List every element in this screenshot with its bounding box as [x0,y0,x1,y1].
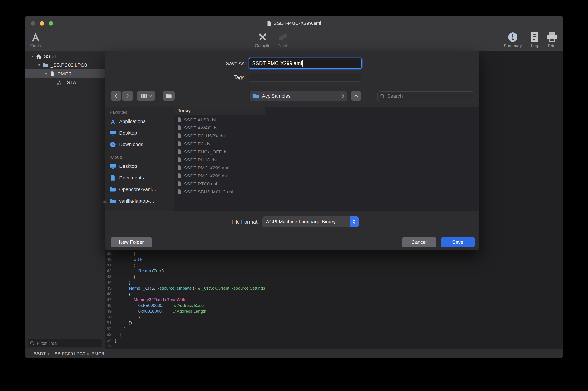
info-icon [508,32,518,42]
favorite-item[interactable]: Downloads [105,139,174,150]
forward-button[interactable] [122,91,133,100]
favorites-section: FavoritesApplicationsDesktopDownloads [105,109,174,150]
log-label: Log [531,43,538,48]
print-icon [547,32,558,42]
print-label: Print [548,43,556,48]
save-button[interactable]: Save [441,237,475,247]
tree-item-PMCR[interactable]: ▾PMCR [25,69,105,78]
editor[interactable]: 39 }40 Else41 {42 Return (Zero)43 }44 }4… [105,51,563,349]
disclosure-triangle-icon[interactable]: ▾ [43,71,49,76]
file-row[interactable]: SSDT-ALS0.dsl [174,116,265,124]
documents-icon [110,175,116,181]
save-dialog: Save As: SSDT-PMC-X299.aml Tags: [105,51,479,250]
code-line: 42 Return (Zero) [105,268,563,274]
chevron-up-icon [354,95,358,97]
desktop-icon [110,164,116,169]
file-row[interactable]: SSDT-PMC-X299.aml [174,164,265,172]
minimize-button[interactable] [40,21,44,26]
doc-icon [177,125,182,131]
search-input[interactable] [387,93,472,99]
parent-folder-button[interactable] [351,91,361,100]
favorite-item[interactable]: Desktop [105,161,174,172]
code-line: 43 } [105,274,563,280]
file-format-popup[interactable]: ACPI Machine Language Binary [262,216,358,227]
file-row[interactable]: SSDT-AWAC.dsl [174,124,265,132]
line-number: 39 [105,251,115,256]
location-popup[interactable]: AcpiSamples [250,91,347,101]
doc-icon [177,141,182,147]
tree-item-label: PMCR [57,71,72,77]
tags-field[interactable] [249,73,361,82]
file-row[interactable]: SSDT-PLUG.dsl [174,156,265,164]
breadcrumb-separator-icon: ▸ [88,351,90,356]
log-icon [530,32,539,42]
line-number: 45 [105,285,115,291]
patch-label: Patch [277,43,288,48]
breadcrumb-item[interactable]: _SB.PC00.LPC0 [52,351,85,356]
view-mode-button[interactable] [137,91,155,100]
save-as-label: Save As: [105,59,246,69]
fonts-icon [30,32,41,42]
maciasl-window: SSDT-PMC-X299.aml Fonts Compile [25,16,563,358]
file-row[interactable]: SSDT-EC-USBX.dsl [174,132,265,140]
favorite-item[interactable]: vanilla-laptop-… [105,195,174,207]
filter-tree-input[interactable] [36,341,100,346]
title-bar[interactable]: SSDT-PMC-X299.aml [25,16,563,31]
status-bar: SSDT▸_SB.PC00.LPC0▸PMCR [25,349,563,358]
code-line: 47 Memory32Fixed (ReadWrite, [105,297,563,303]
favorite-item[interactable]: Applications [105,116,174,127]
summary-label: Summary [504,43,522,48]
file-name: SSDT-ALS0.dsl [184,117,216,122]
new-folder-button[interactable]: New Folder [111,237,152,247]
favorite-item[interactable]: Desktop [105,127,174,139]
favorite-item[interactable]: Documents [105,172,174,184]
favorite-label: vanilla-laptop-… [119,198,154,204]
code-line: 53 } [105,332,563,337]
file-row[interactable]: SSDT-EC.dsl [174,140,265,148]
search-icon [380,94,385,98]
back-button[interactable] [111,91,121,100]
chevron-left-icon [115,94,118,98]
file-row[interactable]: SSDT-SBUS-MCHC.dsl [174,188,265,196]
filter-tree-field[interactable] [28,339,102,347]
folder-icon [166,94,172,98]
patch-button[interactable]: Patch [269,32,296,48]
file-name: SSDT-PMC-X299.aml [184,165,229,171]
file-row[interactable]: SSDT-RTC0.dsl [174,180,265,188]
file-browser-empty-pane [265,107,479,211]
folder-button[interactable] [163,91,175,100]
line-number: 42 [105,268,115,274]
disclosure-triangle-icon[interactable]: ▾ [36,63,42,67]
line-number: 54 [105,337,115,343]
folder-icon [110,187,116,193]
fonts-button[interactable]: Fonts [25,32,49,48]
file-row[interactable]: SSDT-EHCx_OFF.dsl [174,148,265,156]
tree-item-_STA[interactable]: _STA [25,78,105,87]
location-label: AcpiSamples [262,93,290,99]
tree-item-_SB.PC00.LPC0[interactable]: ▾_SB.PC00.LPC0 [25,61,105,69]
line-number: 55 [105,343,115,349]
tree-item-SSDT[interactable]: ▾SSDT [25,52,105,61]
tree-item-label: _STA [64,80,76,85]
favorite-label: Desktop [119,164,137,169]
breadcrumb-item[interactable]: SSDT [34,351,46,356]
code-line: 52 } [105,326,563,332]
sidebar-resize-handle[interactable] [103,200,106,203]
save-as-field[interactable]: SSDT-PMC-X299.aml [249,58,362,69]
file-row[interactable]: SSDT-PMC-X299.dsl [174,172,265,180]
fonts-label: Fonts [30,43,41,48]
cancel-button[interactable]: Cancel [402,237,436,247]
line-number: 40 [105,256,115,262]
code-line: 51 }) [105,320,563,326]
sidebar-tree: ▾SSDT▾_SB.PC00.LPC0▾PMCR_STA [25,52,105,87]
line-number: 46 [105,291,115,297]
print-button[interactable]: Print [539,32,563,48]
close-button[interactable] [31,21,35,26]
line-number: 50 [105,314,115,320]
disclosure-triangle-icon[interactable]: ▾ [29,54,35,59]
zoom-button[interactable] [48,21,53,26]
search-field[interactable] [377,92,474,101]
favorite-item[interactable]: Opencore-Vani… [105,184,174,195]
breadcrumb-item[interactable]: PMCR [92,351,105,356]
file-list-column: Today SSDT-ALS0.dslSSDT-AWAC.dslSSDT-EC-… [174,107,265,211]
